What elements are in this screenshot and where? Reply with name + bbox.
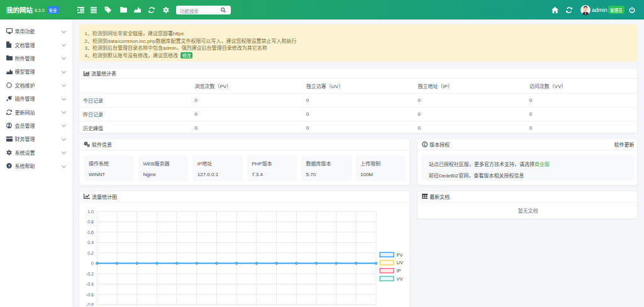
svg-text:0.8: 0.8 bbox=[87, 220, 94, 224]
svg-text:?: ? bbox=[8, 164, 11, 168]
svg-text:UV: UV bbox=[397, 260, 403, 265]
svg-text:-0.4: -0.4 bbox=[86, 282, 94, 286]
svg-text:0: 0 bbox=[91, 261, 94, 265]
svg-text:1.0: 1.0 bbox=[87, 209, 94, 214]
svg-text:0.2: 0.2 bbox=[87, 251, 94, 255]
svg-text:PV: PV bbox=[397, 252, 403, 258]
svg-text:-0.6: -0.6 bbox=[86, 293, 94, 297]
svg-text:0.6: 0.6 bbox=[87, 230, 94, 235]
svg-text:C: C bbox=[424, 142, 426, 146]
svg-text:IP: IP bbox=[397, 268, 401, 274]
svg-text:VV: VV bbox=[397, 276, 403, 282]
svg-text:-0.8: -0.8 bbox=[86, 303, 94, 306]
svg-text:-0.2: -0.2 bbox=[86, 272, 94, 276]
svg-text:0.4: 0.4 bbox=[87, 240, 94, 245]
